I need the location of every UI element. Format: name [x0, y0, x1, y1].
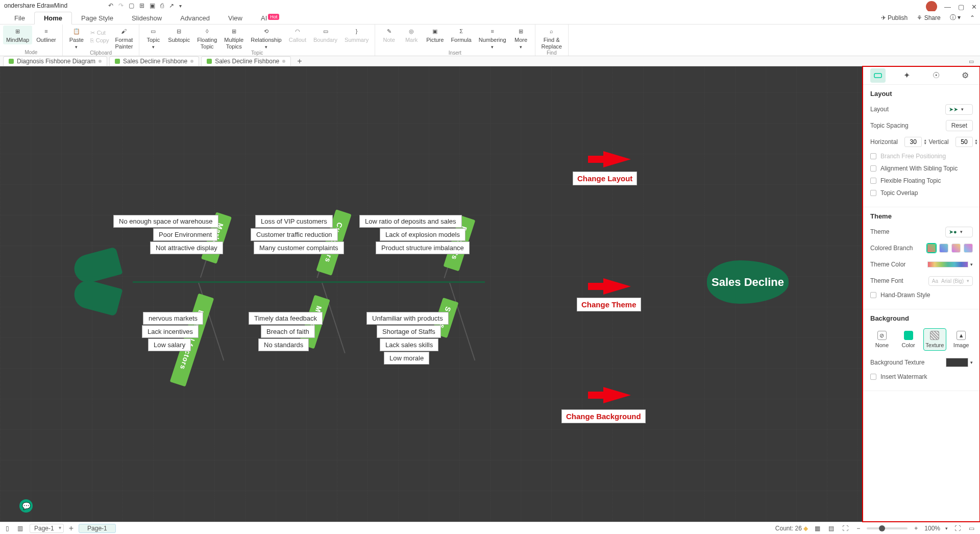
chevron-down-icon[interactable]: ▾ [970, 262, 973, 267]
panel-tab-style[interactable]: ✦ [899, 68, 915, 83]
avatar[interactable] [926, 1, 937, 12]
collapse-ribbon-icon[interactable]: ⌃ [970, 14, 975, 21]
undo-icon[interactable]: ↶ [108, 2, 113, 9]
tab-advanced[interactable]: Advanced [171, 12, 219, 24]
cause[interactable]: Low morale [384, 352, 429, 365]
add-page-button[interactable]: + [69, 524, 74, 533]
outliner-mode-button[interactable]: ≡Outliner [33, 26, 59, 44]
cut-button[interactable]: ✂Cut [88, 29, 111, 37]
doc-tab-0[interactable]: Diagnosis Fishbone Diagram [3, 56, 107, 66]
bg-image[interactable]: ▲Image [949, 328, 973, 351]
topic-button[interactable]: ▭Topic▾ [142, 26, 164, 51]
theme-color-picker[interactable] [927, 261, 968, 268]
panel-tab-security[interactable]: ☉ [928, 68, 944, 83]
doc-tab-1[interactable]: Sales Decline Fishbone [109, 56, 199, 66]
reset-button[interactable]: Reset [946, 120, 973, 131]
share-button[interactable]: ⚘ Share [917, 14, 940, 21]
cause[interactable]: Lack of explosion models [380, 228, 465, 241]
cause[interactable]: Low ratio of deposits and sales [359, 215, 462, 228]
find-replace-button[interactable]: ⌕Find & Replace [538, 26, 565, 51]
export-icon[interactable]: ↗ [169, 2, 174, 9]
watermark-check[interactable]: Insert Watermark [870, 373, 973, 380]
help-icon[interactable]: ⓘ ▾ [950, 13, 961, 22]
close-icon[interactable]: ✕ [971, 3, 977, 11]
cause[interactable]: Many customer complaints [254, 241, 344, 254]
page-current[interactable]: Page-1 [79, 524, 116, 533]
alignment-check[interactable]: Alignment With Sibling Topic [870, 165, 973, 172]
panel-tab-map[interactable] [870, 68, 886, 83]
chevron-down-icon[interactable]: ▾ [970, 360, 973, 365]
cause[interactable]: nervous markets [143, 312, 203, 325]
cause[interactable]: Not attractive display [150, 241, 223, 254]
cause[interactable]: Unfamiliar with products [366, 312, 449, 325]
relationship-button[interactable]: ⟲Relationship▾ [248, 26, 285, 51]
paste-button[interactable]: 📋Paste▾ [66, 26, 87, 51]
bg-texture[interactable]: Texture [923, 328, 947, 351]
doc-tab-2[interactable]: Sales Decline Fishbone [201, 56, 291, 66]
open-icon[interactable]: ⊞ [139, 2, 144, 9]
cause[interactable]: Loss of VIP customers [255, 215, 333, 228]
subtopic-button[interactable]: ⊟Subtopic [165, 26, 193, 44]
minimize-icon[interactable]: — [944, 3, 951, 11]
cause[interactable]: Customer traffic reduction [251, 228, 338, 241]
cause[interactable]: No enough space of warehouse [113, 215, 218, 228]
bg-color[interactable]: Color [897, 328, 920, 351]
doctabs-menu-icon[interactable]: ▭ [969, 58, 974, 64]
vertical-input[interactable] [955, 137, 973, 147]
tab-file[interactable]: File [5, 12, 34, 24]
numbering-button[interactable]: ≡Numbering▾ [476, 26, 509, 51]
format-painter-button[interactable]: 🖌Format Painter [112, 26, 136, 51]
qat-more-icon[interactable]: ▾ [179, 3, 182, 9]
summary-button[interactable]: }Summary [341, 26, 372, 44]
zoom-slider[interactable] [867, 527, 908, 529]
cause[interactable]: Lack sales skills [380, 338, 438, 351]
zoom-in-button[interactable]: + [913, 525, 919, 532]
boundary-button[interactable]: ▭Boundary [310, 26, 340, 44]
chat-bubble-icon[interactable]: 💬 [19, 499, 33, 513]
print-icon[interactable]: ⎙ [160, 2, 164, 9]
redo-icon[interactable]: ↷ [118, 2, 124, 9]
sb-menu-icon[interactable]: ▭ [967, 525, 976, 532]
sb-panel-icon[interactable]: ▯ [4, 525, 11, 532]
maximize-icon[interactable]: ▢ [958, 3, 964, 11]
add-doc-tab[interactable]: + [293, 57, 306, 66]
sb-view2-icon[interactable]: ▤ [827, 525, 836, 532]
bg-none[interactable]: ⊘None [870, 328, 894, 351]
branch-style-2[interactable] [939, 244, 948, 253]
publish-button[interactable]: ✈ Publish [881, 14, 908, 21]
panel-tab-settings[interactable]: ⚙ [958, 68, 973, 83]
sb-fit-icon[interactable]: ⛶ [841, 525, 850, 532]
cause[interactable]: Low salary [148, 338, 191, 351]
cause[interactable]: Lack incentives [142, 325, 199, 338]
flexible-check[interactable]: Flexible Floating Topic [870, 177, 973, 184]
note-button[interactable]: ✎Note [378, 26, 400, 44]
tab-view[interactable]: View [219, 12, 252, 24]
zoom-out-button[interactable]: − [855, 525, 862, 532]
chevron-down-icon[interactable]: ▾ [945, 526, 948, 531]
fullscreen-icon[interactable]: ⛶ [953, 525, 962, 532]
picture-button[interactable]: ▣Picture [423, 26, 447, 44]
cause[interactable]: Product structure imbalance [376, 241, 470, 254]
save-icon[interactable]: ▣ [150, 2, 155, 9]
fish-head[interactable]: Sales Decline [707, 260, 789, 304]
more-button[interactable]: ⊞More▾ [510, 26, 532, 51]
canvas[interactable]: Sales Decline Markets Customers Products… [0, 66, 863, 522]
cause[interactable]: Poor Environment [153, 228, 217, 241]
horizontal-input[interactable] [904, 137, 922, 147]
tab-ai[interactable]: AIHot [252, 12, 288, 24]
branch-style-4[interactable] [964, 244, 973, 253]
cause[interactable]: Timely data feedback [249, 312, 323, 325]
branch-style-1[interactable] [927, 244, 936, 253]
callout-button[interactable]: ◠Callout [286, 26, 309, 44]
theme-select[interactable]: ➤●▾ [945, 227, 973, 237]
texture-swatch[interactable] [946, 358, 968, 367]
mark-button[interactable]: ◎Mark [401, 26, 422, 44]
hand-drawn-check[interactable]: Hand-Drawn Style [870, 292, 973, 299]
tab-home[interactable]: Home [34, 12, 72, 25]
sb-grid-icon[interactable]: ▥ [16, 525, 24, 532]
new-icon[interactable]: ▢ [129, 2, 134, 9]
layout-select[interactable]: ➤➤▾ [945, 104, 973, 115]
formula-button[interactable]: ΣFormula [448, 26, 474, 44]
page-select[interactable]: Page-1 [30, 524, 64, 533]
theme-font-select[interactable]: AaArial (Big)▾ [928, 276, 973, 286]
